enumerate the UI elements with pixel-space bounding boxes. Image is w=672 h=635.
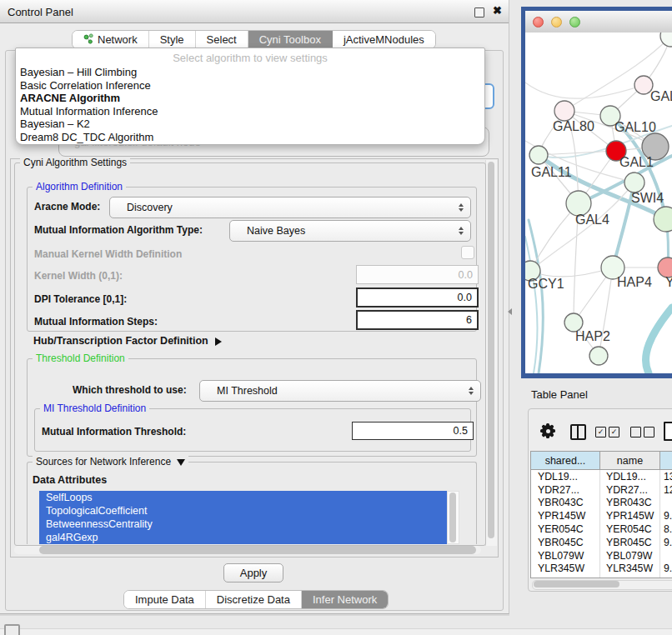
table-cell: YBL079W: [600, 549, 660, 562]
table-row[interactable]: YBR043CYBR043C: [531, 497, 672, 510]
unchecked-box-icon[interactable]: [644, 427, 654, 438]
table-row[interactable]: YPR145WYPR145W9.: [531, 509, 672, 522]
table-row[interactable]: YBR045CYBR045C9.: [531, 536, 672, 549]
attribute-item-topologicalcoefficient[interactable]: TopologicalCoefficient: [39, 504, 458, 518]
mac-close-button[interactable]: [533, 17, 544, 28]
attribute-item-selfloops[interactable]: SelfLoops: [39, 491, 458, 504]
which-threshold-label: Which threshold to use:: [73, 384, 187, 396]
expand-right-icon: [215, 338, 222, 346]
panel-divider-grip[interactable]: [508, 308, 512, 315]
tab-infer-network[interactable]: Infer Network: [302, 591, 388, 608]
algorithm-option-basic-correlation-inference[interactable]: Basic Correlation Inference: [16, 79, 484, 92]
which-threshold-combo[interactable]: MI Threshold: [199, 380, 481, 402]
table-cell: YDL19...: [531, 470, 600, 483]
attribute-item-gal4rgexp[interactable]: gal4RGexp: [39, 531, 458, 544]
network-node-swi4[interactable]: [624, 172, 644, 192]
scrollbar-thumb[interactable]: [488, 162, 494, 538]
table-cell: YPR145W: [531, 509, 600, 522]
algorithm-option-bayesian-k2[interactable]: Bayesian – K2: [16, 118, 484, 131]
gear-icon[interactable]: [540, 423, 555, 438]
mi-threshold-definition-group: MI Threshold Definition Mutual Informati…: [34, 408, 471, 452]
column-header-clipped[interactable]: [660, 452, 672, 469]
node-label: GAL4: [575, 212, 609, 227]
tab-network[interactable]: Network: [73, 31, 149, 48]
table-cell: YIL052C: [531, 575, 600, 578]
combo-value: MI Threshold: [217, 385, 278, 397]
table-row[interactable]: YER054CYER054C8.: [531, 522, 672, 536]
mac-minimize-button[interactable]: [551, 17, 562, 28]
mi-threshold-field[interactable]: 0.5: [352, 422, 474, 440]
node-label: GAL: [650, 89, 672, 103]
tab-cyni-toolbox[interactable]: Cyni Toolbox: [248, 31, 333, 48]
table-row[interactable]: YLR345WYLR345W9.: [531, 562, 672, 576]
sources-toggle[interactable]: Sources for Network Inference: [33, 456, 188, 468]
tab-select[interactable]: Select: [196, 31, 248, 48]
network-canvas[interactable]: GALGAL80GAL10GAL1GAL11SWI4GAL4GCY1HAP4YH…: [525, 32, 672, 373]
mac-zoom-button[interactable]: [569, 17, 580, 28]
tab-jactivemnodules[interactable]: jActiveMNodules: [333, 31, 435, 48]
cytopanel-dock-icon[interactable]: [4, 624, 20, 635]
table-cell: 8.: [660, 522, 672, 536]
tab-label: Cyni Toolbox: [259, 33, 321, 46]
table-row[interactable]: YIL052CYIL052C9: [531, 575, 672, 578]
combo-value: Naive Bayes: [247, 225, 305, 237]
bottom-panel-edge: [0, 628, 672, 635]
float-window-icon[interactable]: [474, 8, 484, 18]
network-view-window: GALGAL80GAL10GAL1GAL11SWI4GAL4GCY1HAP4YH…: [521, 7, 672, 378]
node-label: HAP4: [617, 275, 652, 289]
network-window-titlebar[interactable]: [525, 11, 672, 33]
table-cell: YBR043C: [600, 497, 660, 510]
node-label: GAL10: [614, 120, 656, 134]
attributes-scrollbar[interactable]: [447, 491, 459, 544]
settings-horizontal-scrollbar[interactable]: [14, 546, 481, 554]
table-row[interactable]: YDR27...YDR27...12: [531, 483, 672, 497]
table-cell: [660, 497, 672, 510]
hub-definition-toggle[interactable]: Hub/Transcription Factor Definition: [33, 335, 222, 347]
attribute-item-betweennesscentrality[interactable]: BetweennessCentrality: [39, 518, 458, 531]
dpi-tolerance-field[interactable]: 0.0: [356, 288, 479, 308]
table-cell: 12: [660, 483, 672, 497]
algorithm-option-dream8-dc-tdc-algorithm[interactable]: Dream8 DC_TDC Algorithm: [16, 131, 484, 144]
checked-box-icon[interactable]: ✓: [609, 427, 619, 438]
manual-kernel-checkbox[interactable]: [461, 246, 474, 259]
algorithm-option-aracne-algorithm[interactable]: ARACNE Algorithm: [16, 92, 484, 105]
network-node-gal11[interactable]: [529, 146, 548, 164]
apply-button[interactable]: Apply: [223, 563, 283, 582]
table-row[interactable]: YBL079WYBL079W: [531, 549, 672, 562]
table-cell: YDR27...: [600, 483, 660, 497]
data-attributes-list[interactable]: SelfLoopsTopologicalCoefficientBetweenne…: [39, 491, 458, 544]
close-icon[interactable]: ✖: [493, 5, 502, 17]
table-cell: YPR145W: [600, 509, 660, 522]
table-row[interactable]: YDL19...YDL19...13: [531, 470, 672, 483]
tab-impute-data[interactable]: Impute Data: [124, 591, 206, 608]
field-value: 6: [466, 314, 472, 326]
sources-group: Sources for Network Inference Data Attri…: [27, 462, 477, 544]
scrollbar-thumb[interactable]: [449, 492, 456, 542]
checked-box-icon[interactable]: ✓: [595, 427, 606, 438]
unchecked-box-icon[interactable]: [630, 427, 641, 438]
mi-type-combo[interactable]: Naive Bayes: [229, 220, 471, 242]
scrollbar-thumb[interactable]: [39, 546, 476, 554]
table-body: YDL19...YDL19...13YDR27...YDR27...12YBR0…: [531, 470, 672, 578]
mi-threshold-label: Mutual Information Threshold:: [42, 426, 186, 438]
column-header-name[interactable]: name: [600, 452, 660, 469]
split-columns-icon[interactable]: [570, 424, 586, 440]
algorithm-option-mutual-information-inference[interactable]: Mutual Information Inference: [16, 105, 484, 118]
kernel-width-field[interactable]: 0.0: [356, 265, 479, 284]
network-node-unlabeled[interactable]: [589, 347, 608, 365]
network-node-unlabeled[interactable]: [654, 207, 672, 232]
scrollbar-thumb[interactable]: [534, 581, 619, 588]
settings-vertical-scrollbar[interactable]: [485, 160, 497, 546]
tab-style[interactable]: Style: [149, 31, 196, 48]
aracne-mode-combo[interactable]: Discovery: [109, 197, 471, 218]
table-horizontal-scrollbar[interactable]: [532, 580, 672, 590]
network-node-gal80[interactable]: [554, 101, 574, 121]
column-header-shared-name[interactable]: shared...: [531, 452, 600, 469]
tab-discretize-data[interactable]: Discretize Data: [206, 591, 302, 608]
control-panel-window: Control Panel ✖ NetworkStyleSelectCyni T…: [0, 0, 509, 614]
mi-steps-field[interactable]: 6: [356, 310, 479, 330]
control-panel-title: Control Panel: [8, 6, 73, 18]
page-icon[interactable]: [664, 422, 672, 441]
algorithm-option-bayesian-hill-climbing[interactable]: Bayesian – Hill Climbing: [16, 66, 484, 79]
stepper-arrows-icon: [469, 387, 474, 395]
